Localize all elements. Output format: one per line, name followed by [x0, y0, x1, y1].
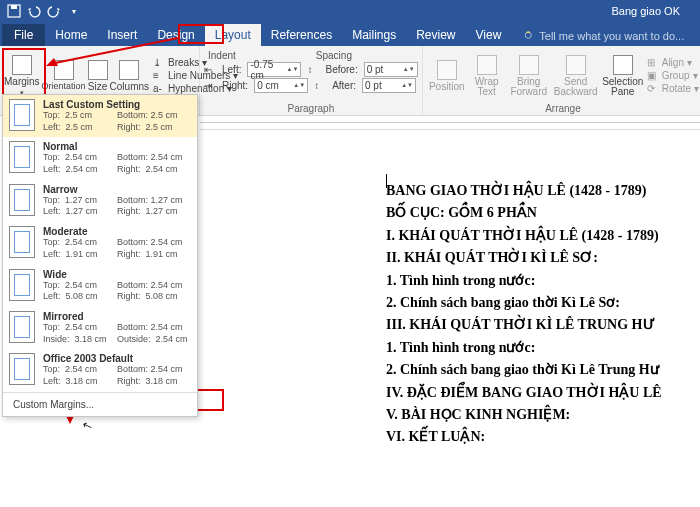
- indent-left-input[interactable]: -0.75 cm▲▼: [247, 62, 301, 77]
- group-label-paragraph: Paragraph: [204, 103, 418, 115]
- margins-preset-office-2003-default[interactable]: Office 2003 DefaultTop: 2.54 cmBottom: 2…: [3, 349, 197, 391]
- tell-me-label: Tell me what you want to do...: [539, 30, 684, 42]
- margins-preset-last-custom-setting[interactable]: Last Custom SettingTop: 2.5 cmBottom: 2.…: [3, 95, 197, 137]
- spacing-before-input[interactable]: 0 pt▲▼: [364, 62, 418, 77]
- margins-preset-icon: [9, 184, 35, 216]
- margins-preset-wide[interactable]: WideTop: 2.54 cmBottom: 2.54 cmLeft: 5.0…: [3, 265, 197, 307]
- indent-left-icon: ⇤: [204, 64, 216, 76]
- position-button[interactable]: Position: [427, 48, 467, 103]
- send-backward-button[interactable]: Send Backward: [553, 48, 599, 103]
- margins-preset-narrow[interactable]: NarrowTop: 1.27 cmBottom: 1.27 cmLeft: 1…: [3, 180, 197, 222]
- columns-icon: [119, 60, 139, 80]
- document-line[interactable]: V. BÀI HỌC KINH NGHIỆM:: [386, 404, 700, 426]
- document-line[interactable]: BỐ CỤC: GỒM 6 PHẦN: [386, 202, 700, 224]
- redo-icon[interactable]: [46, 3, 62, 19]
- hyphenation-icon: a-: [153, 83, 165, 95]
- tab-home[interactable]: Home: [45, 24, 97, 46]
- document-line[interactable]: 1. Tình hình trong nước:: [386, 337, 700, 359]
- tab-insert[interactable]: Insert: [97, 24, 147, 46]
- rotate-button[interactable]: ⟳Rotate ▾: [647, 83, 699, 95]
- text-cursor: [386, 174, 387, 188]
- align-button[interactable]: ⊞Align ▾: [647, 57, 699, 69]
- group-button[interactable]: ▣Group ▾: [647, 70, 699, 82]
- align-icon: ⊞: [647, 57, 659, 69]
- document-line[interactable]: 2. Chính sách bang giao thời Kì Lê Sơ:: [386, 292, 700, 314]
- svg-rect-1: [11, 5, 17, 9]
- breaks-icon: ⤓: [153, 57, 165, 69]
- indent-right-icon: ⇥: [204, 80, 216, 92]
- qat-more-icon[interactable]: ▾: [66, 3, 82, 19]
- margins-preset-mirrored[interactable]: MirroredTop: 2.54 cmBottom: 2.54 cmInsid…: [3, 307, 197, 349]
- margins-preset-icon: [9, 269, 35, 301]
- indent-header: Indent: [208, 50, 236, 61]
- document-line[interactable]: 1. Tình hình trong nước:: [386, 270, 700, 292]
- tab-file[interactable]: File: [2, 24, 45, 46]
- group-label-arrange: Arrange: [427, 103, 699, 115]
- wrap-icon: [477, 55, 497, 75]
- svg-rect-3: [527, 32, 530, 34]
- size-icon: [88, 60, 108, 80]
- send-backward-icon: [566, 55, 586, 75]
- tab-view[interactable]: View: [466, 24, 512, 46]
- document-line[interactable]: VI. KẾT LUẬN:: [386, 426, 700, 448]
- margins-dropdown: Last Custom SettingTop: 2.5 cmBottom: 2.…: [2, 94, 198, 417]
- margins-preset-normal[interactable]: NormalTop: 2.54 cmBottom: 2.54 cmLeft: 2…: [3, 137, 197, 179]
- tab-design[interactable]: Design: [147, 24, 204, 46]
- group-arrange: Position Wrap Text Bring Forward Send Ba…: [423, 46, 700, 115]
- group-paragraph: Indent Spacing ⇤ Left: -0.75 cm▲▼ ↕ Befo…: [200, 46, 423, 115]
- document-line[interactable]: III. KHÁI QUÁT THỜI KÌ LÊ TRUNG HƯ: [386, 314, 700, 336]
- position-icon: [437, 60, 457, 80]
- spacing-header: Spacing: [316, 50, 352, 61]
- title-bar: ▾ Bang giao OK: [0, 0, 700, 22]
- mouse-cursor-icon: ↖: [80, 418, 94, 435]
- document-page: BANG GIAO THỜI HẬU LÊ (1428 - 1789)BỐ CỤ…: [320, 132, 700, 507]
- margins-preset-icon: [9, 311, 35, 343]
- custom-margins-button[interactable]: Custom Margins...: [3, 392, 197, 416]
- indent-right-input[interactable]: 0 cm▲▼: [254, 78, 308, 93]
- line-numbers-icon: ≡: [153, 70, 165, 82]
- wrap-text-button[interactable]: Wrap Text: [469, 48, 505, 103]
- tab-references[interactable]: References: [261, 24, 342, 46]
- margins-preset-moderate[interactable]: ModerateTop: 2.54 cmBottom: 2.54 cmLeft:…: [3, 222, 197, 264]
- bring-forward-icon: [519, 55, 539, 75]
- selection-pane-icon: [613, 55, 633, 75]
- document-title: Bang giao OK: [612, 5, 681, 17]
- margins-preset-icon: [9, 99, 35, 131]
- document-line[interactable]: II. KHÁI QUÁT THỜI KÌ LÊ SƠ:: [386, 247, 700, 269]
- horizontal-ruler[interactable]: [200, 116, 700, 130]
- margins-preset-icon: [9, 141, 35, 173]
- document-line[interactable]: IV. ĐẶC ĐIỂM BANG GIAO THỜI HẬU LÊ: [386, 382, 700, 404]
- svg-point-2: [526, 32, 532, 38]
- margins-preset-icon: [9, 353, 35, 385]
- document-line[interactable]: 2. Chính sách bang giao thời Kì Lê Trung…: [386, 359, 700, 381]
- document-line[interactable]: I. KHÁI QUÁT THỜI HẬU LÊ (1428 - 1789): [386, 225, 700, 247]
- selection-pane-button[interactable]: Selection Pane: [601, 48, 645, 103]
- margins-icon: [12, 55, 32, 75]
- tell-me-search[interactable]: Tell me what you want to do...: [523, 30, 684, 46]
- orientation-icon: [54, 60, 74, 80]
- undo-icon[interactable]: [26, 3, 42, 19]
- ribbon-tabs: File Home Insert Design Layout Reference…: [0, 22, 700, 46]
- spacing-before-icon: ↕: [307, 64, 319, 76]
- spacing-after-icon: ↕: [314, 80, 326, 92]
- save-icon[interactable]: [6, 3, 22, 19]
- tab-mailings[interactable]: Mailings: [342, 24, 406, 46]
- tab-layout[interactable]: Layout: [205, 24, 261, 46]
- document-line[interactable]: BANG GIAO THỜI HẬU LÊ (1428 - 1789): [386, 180, 700, 202]
- rotate-icon: ⟳: [647, 83, 659, 95]
- margins-preset-icon: [9, 226, 35, 258]
- bring-forward-button[interactable]: Bring Forward: [507, 48, 551, 103]
- group-icon: ▣: [647, 70, 659, 82]
- spacing-after-input[interactable]: 0 pt▲▼: [362, 78, 416, 93]
- tab-review[interactable]: Review: [406, 24, 465, 46]
